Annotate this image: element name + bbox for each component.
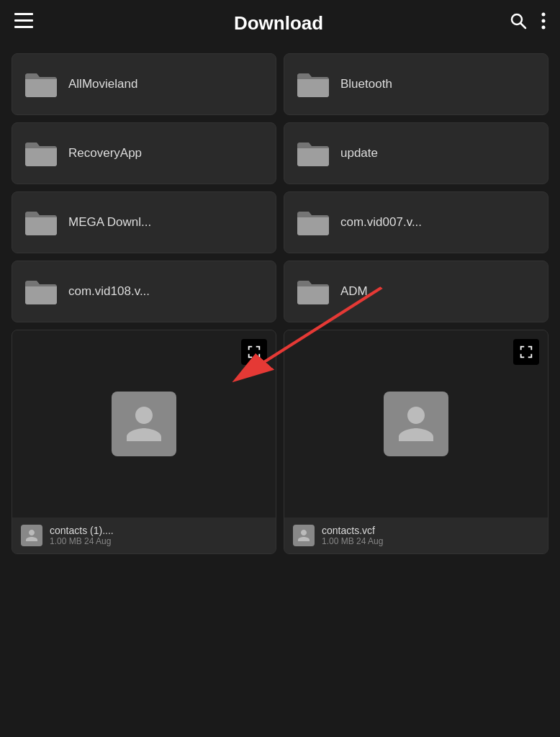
svg-rect-0: [14, 13, 33, 15]
grid-items: AllMovieland Bluetooth: [0, 46, 560, 561]
svg-rect-2: [14, 26, 33, 28]
folder-update[interactable]: update: [284, 122, 548, 184]
folder-icon: [296, 70, 330, 99]
contact-avatar: [112, 392, 176, 456]
folder-name: update: [340, 146, 378, 160]
file-name: contacts.vcf: [322, 525, 383, 536]
svg-point-7: [542, 26, 546, 30]
page-title: Download: [48, 12, 510, 35]
file-type-icon: [293, 525, 315, 546]
folder-comvid108[interactable]: com.vid108.v...: [12, 261, 276, 322]
folder-name: Bluetooth: [340, 77, 392, 91]
image-preview: [284, 330, 548, 517]
file-size-date: 1.00 MB 24 Aug: [50, 536, 114, 546]
folder-allmovieland[interactable]: AllMovieland: [12, 53, 276, 115]
file-metadata: contacts (1).... 1.00 MB 24 Aug: [50, 525, 114, 546]
search-icon[interactable]: [510, 12, 527, 34]
folder-bluetooth[interactable]: Bluetooth: [284, 53, 548, 115]
folder-name: RecoveryApp: [68, 146, 142, 160]
folder-icon: [296, 208, 330, 237]
menu-icon[interactable]: [14, 13, 33, 33]
folder-icon: [24, 70, 58, 99]
image-preview: [12, 330, 276, 517]
folder-comvid007[interactable]: com.vid007.v...: [284, 191, 548, 253]
folder-icon: [24, 208, 58, 237]
svg-point-5: [542, 13, 546, 17]
folder-icon: [296, 277, 330, 306]
file-contacts-1[interactable]: contacts (1).... 1.00 MB 24 Aug: [12, 330, 276, 554]
folder-recoveryapp[interactable]: RecoveryApp: [12, 122, 276, 184]
file-metadata: contacts.vcf 1.00 MB 24 Aug: [322, 525, 383, 546]
folder-name: com.vid108.v...: [68, 284, 150, 299]
header: Download: [0, 0, 560, 46]
svg-line-4: [521, 24, 526, 29]
app-container: Download: [0, 0, 560, 561]
file-size-date: 1.00 MB 24 Aug: [322, 536, 383, 546]
file-contacts-vcf[interactable]: contacts.vcf 1.00 MB 24 Aug: [284, 330, 548, 554]
header-actions: [510, 12, 546, 34]
folder-icon: [296, 139, 330, 168]
file-grid: AllMovieland Bluetooth: [0, 46, 560, 561]
folder-adm[interactable]: ADM: [284, 261, 548, 322]
more-options-icon[interactable]: [541, 12, 546, 34]
folder-icon: [24, 139, 58, 168]
folder-name: AllMovieland: [68, 77, 137, 91]
file-info: contacts.vcf 1.00 MB 24 Aug: [284, 517, 548, 553]
folder-name: com.vid007.v...: [340, 215, 422, 230]
svg-rect-1: [14, 19, 33, 22]
svg-point-6: [542, 19, 546, 23]
contact-avatar: [384, 392, 448, 456]
folder-icon: [24, 277, 58, 306]
file-name: contacts (1)....: [50, 525, 114, 536]
folder-name: ADM: [340, 284, 368, 299]
file-info: contacts (1).... 1.00 MB 24 Aug: [12, 517, 276, 553]
folder-name: MEGA Downl...: [68, 215, 151, 230]
folder-mega[interactable]: MEGA Downl...: [12, 191, 276, 253]
expand-icon[interactable]: [513, 339, 539, 365]
expand-icon[interactable]: [241, 339, 267, 365]
file-type-icon: [21, 525, 42, 546]
